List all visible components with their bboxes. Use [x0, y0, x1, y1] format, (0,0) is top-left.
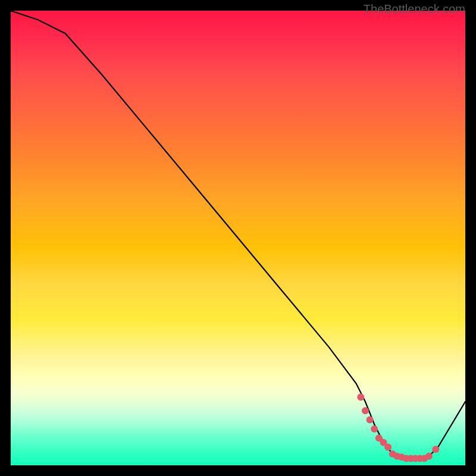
highlight-dot [432, 446, 439, 453]
highlight-dot [384, 443, 392, 450]
watermark-text: TheBottleneck.com [364, 2, 465, 16]
highlight-dot [367, 416, 374, 424]
curve-line [11, 11, 465, 459]
chart-plot-area [11, 11, 465, 465]
highlight-dot [357, 393, 364, 400]
highlight-dot [425, 453, 433, 460]
highlight-markers [357, 393, 439, 462]
highlight-dot [362, 407, 369, 414]
highlight-dot [371, 425, 378, 433]
chart-svg [11, 11, 465, 465]
